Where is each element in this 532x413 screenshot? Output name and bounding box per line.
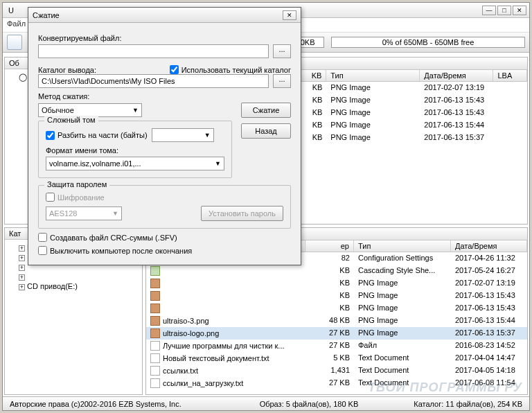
expand-icon[interactable]: + [19,245,25,252]
col-lba[interactable]: LBA [493,70,527,81]
col-date[interactable]: Дата/Время [451,240,527,252]
output-dir-input[interactable] [38,74,269,88]
file-icon [150,266,160,276]
dialog-title: Сжатие [33,11,281,19]
table-row[interactable]: KB PNG Image 2017-06-13 15:43 [146,290,527,302]
file-icon [150,291,160,301]
shutdown-checkbox[interactable]: Выключить компьютер после окончания [38,246,291,255]
dialog-close-button[interactable]: ✕ [283,10,296,20]
status-catalog: Каталог: 11 файла(ов), 254 KB [414,400,522,408]
tree-item[interactable]: + [9,272,138,281]
file-icon [150,328,160,338]
volume-group-legend: Сложный том [44,116,98,124]
crc-checkbox[interactable]: Создавать файл CRC-суммы (.SFV) [38,233,291,242]
file-icon [150,353,160,363]
compress-dialog: Сжатие ✕ Конвертируемый файл: ... Катало… [28,7,301,265]
table-row[interactable]: Лучшие программы для чистки к... 27 KB Ф… [146,340,527,352]
col-date[interactable]: Дата/Время [420,70,493,81]
back-button[interactable]: Назад [241,123,291,139]
table-row[interactable]: ссылки.txt 1,431 Text Document 2017-04-0… [146,364,527,377]
file-icon [150,316,160,326]
output-dir-label: Каталог вывода: [38,66,96,74]
password-group-legend: Защита паролем [44,180,109,188]
table-row[interactable]: ultraiso-3.png 48 KB PNG Image 2017-06-1… [146,315,527,327]
chevron-down-icon: ▼ [204,132,211,139]
col-size[interactable]: ер [305,240,354,252]
expand-icon[interactable]: + [19,265,25,271]
volume-format-combo[interactable]: volname.isz,volname.i01,...▼ [46,157,224,170]
password-group: Защита паролем Шифрование AES128▼ Устано… [38,185,291,229]
conv-file-input[interactable] [38,44,269,58]
toolbar-button-new[interactable] [7,35,22,50]
col-type[interactable]: Тип [354,240,451,252]
expand-icon[interactable]: + [19,274,25,281]
conv-file-label: Конвертируемый файл: [38,34,291,42]
free-space-bar: 0% of 650MB - 650MB free [331,37,525,48]
file-icon [150,279,160,288]
volume-format-label: Формат имени тома: [46,146,224,155]
file-icon [150,304,160,313]
use-current-dir-checkbox[interactable]: Использовать текущий каталог [170,65,291,74]
table-row[interactable]: KB PNG Image 2017-02-07 13:19 [146,277,527,290]
split-checkbox[interactable]: Разбить на части (байты) [46,131,148,140]
col-type[interactable]: Тип [326,70,420,81]
status-image: Образ: 5 файла(ов), 180 KB [260,400,359,408]
method-label: Метод сжатия: [38,92,291,100]
method-combo[interactable]: Обычное▼ [38,103,142,117]
file-icon [150,341,160,351]
table-row[interactable]: Новый текстовый документ.txt 5 KB Text D… [146,352,527,364]
chevron-down-icon: ▼ [112,210,118,217]
encryption-checkbox[interactable]: Шифрование [46,193,105,202]
menu-file[interactable]: Файл [7,19,26,28]
dialog-titlebar: Сжатие ✕ [28,8,301,23]
table-row[interactable]: KB PNG Image 2017-06-13 15:43 [146,302,527,315]
file-icon [150,366,160,376]
conv-file-browse-button[interactable]: ... [273,44,291,58]
chevron-down-icon: ▼ [215,160,221,167]
table-row[interactable]: ссылки_на_загрузку.txt 27 KB Text Docume… [146,377,527,389]
tree-item[interactable]: +CD привод(E:) [9,281,138,291]
set-password-button: Установить пароль [201,206,283,221]
file-icon [150,378,160,388]
split-size-combo[interactable]: ▼ [152,128,214,142]
volume-group: Сложный том Разбить на части (байты) ▼ Ф… [38,121,232,178]
expand-icon[interactable]: + [19,255,25,261]
compress-button[interactable]: Сжатие [241,103,291,118]
maximize-button[interactable]: □ [497,6,511,15]
chevron-down-icon: ▼ [132,107,139,114]
encryption-combo: AES128▼ [46,206,122,220]
table-row[interactable]: KB Cascading Style She... 2017-05-24 16:… [146,265,527,277]
close-button[interactable]: ✕ [513,6,526,15]
table-row[interactable]: ultraiso-logo.png 27 KB PNG Image 2017-0… [146,327,527,340]
expand-icon[interactable]: + [19,284,25,290]
minimize-button[interactable]: — [482,6,496,15]
status-copyright: Авторские права (c)2002-2016 EZB Systems… [10,400,181,408]
statusbar: Авторские права (c)2002-2016 EZB Systems… [3,396,529,410]
output-dir-browse-button[interactable]: ... [273,74,291,88]
